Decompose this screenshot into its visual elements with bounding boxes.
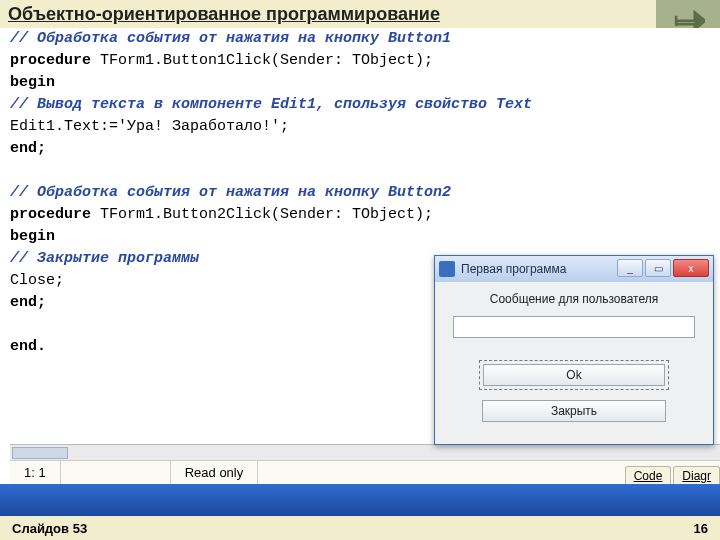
code-keyword: procedure: [10, 206, 91, 223]
code-text: TForm1.Button1Click(Sender: TObject);: [91, 52, 433, 69]
code-keyword: end.: [10, 338, 46, 355]
code-keyword: procedure: [10, 52, 91, 69]
editor-tabs: Code Diagr: [623, 461, 720, 485]
maximize-icon: ▭: [654, 263, 663, 274]
slide-count: Слайдов 53: [12, 521, 87, 536]
code-keyword: end;: [10, 294, 46, 311]
tab-code[interactable]: Code: [625, 466, 672, 485]
code-keyword: end;: [10, 140, 46, 157]
ok-button-label: Ok: [566, 368, 581, 382]
ok-button[interactable]: Ok: [483, 364, 665, 386]
status-empty: [61, 461, 171, 484]
close-button[interactable]: x: [673, 259, 709, 277]
tab-diagram[interactable]: Diagr: [673, 466, 720, 485]
dialog-titlebar[interactable]: Первая программа _ ▭ x: [435, 256, 713, 282]
dialog-message: Сообщение для пользователя: [453, 292, 695, 306]
slide-title-bar: Объектно-ориентированное программировани…: [0, 0, 720, 28]
code-text: Edit1.Text:='Ура! Заработало!';: [10, 118, 289, 135]
dialog-title: Первая программа: [461, 262, 566, 276]
taskbar-strip: [0, 484, 720, 516]
slide-title: Объектно-ориентированное программировани…: [8, 4, 440, 25]
read-only-indicator: Read only: [171, 461, 259, 484]
dialog-input[interactable]: [453, 316, 695, 338]
horizontal-scrollbar[interactable]: [10, 444, 720, 460]
close-icon: x: [689, 263, 694, 274]
code-comment: // Вывод текста в компоненте Edit1, спол…: [10, 96, 532, 113]
minimize-icon: _: [627, 263, 633, 274]
code-keyword: begin: [10, 74, 55, 91]
app-icon: [439, 261, 455, 277]
editor-status-bar: 1: 1 Read only Code Diagr: [10, 460, 720, 484]
code-comment: // Обработка события от нажатия на кнопк…: [10, 184, 451, 201]
close-program-button[interactable]: Закрыть: [482, 400, 666, 422]
ok-button-focus-ring: Ok: [479, 360, 669, 390]
dialog-window: Первая программа _ ▭ x Сообщение для пол…: [434, 255, 714, 445]
code-comment: // Закрытие программы: [10, 250, 199, 267]
code-text: Close;: [10, 272, 64, 289]
minimize-button[interactable]: _: [617, 259, 643, 277]
close-program-label: Закрыть: [551, 404, 597, 418]
slide-footer: Слайдов 53 16: [0, 516, 720, 540]
code-keyword: begin: [10, 228, 55, 245]
page-number: 16: [694, 521, 708, 536]
code-comment: // Обработка события от нажатия на кнопк…: [10, 30, 451, 47]
cursor-position: 1: 1: [10, 461, 61, 484]
maximize-button[interactable]: ▭: [645, 259, 671, 277]
scrollbar-thumb[interactable]: [12, 447, 68, 459]
code-text: TForm1.Button2Click(Sender: TObject);: [91, 206, 433, 223]
